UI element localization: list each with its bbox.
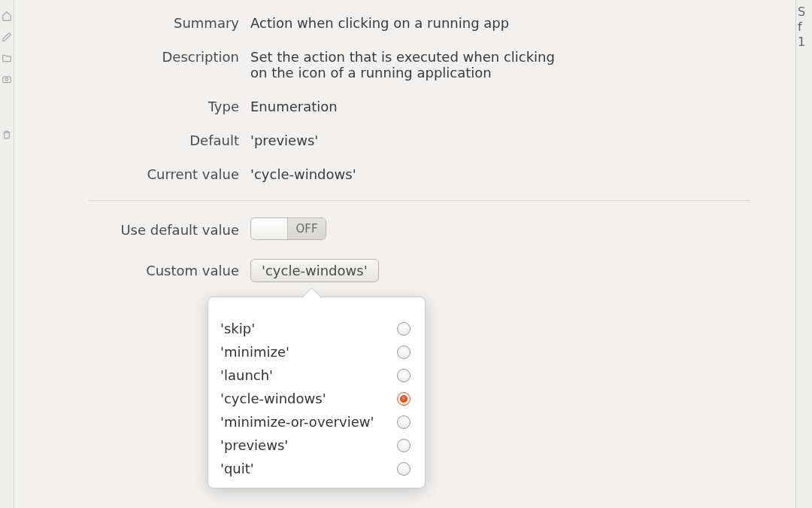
- use-default-label: Use default value: [14, 222, 250, 238]
- svg-point-1: [5, 78, 8, 81]
- radio-icon[interactable]: [397, 322, 411, 336]
- radio-icon[interactable]: [397, 462, 411, 476]
- pencil-icon: [2, 32, 12, 42]
- option-label: 'launch': [220, 367, 273, 383]
- custom-value-popover: 'skip' 'minimize' 'launch' 'cycle-window…: [208, 297, 426, 488]
- type-value: Enumeration: [250, 99, 338, 114]
- option-label: 'previews': [220, 437, 288, 453]
- option-label: 'minimize': [220, 344, 289, 360]
- toggle-knob: [251, 218, 288, 239]
- option-minimize-or-overview[interactable]: 'minimize-or-overview': [220, 410, 413, 433]
- popover-arrow: [301, 287, 322, 308]
- default-label: Default: [14, 132, 250, 148]
- option-skip[interactable]: 'skip': [220, 317, 413, 340]
- radio-icon[interactable]: [397, 345, 411, 359]
- current-label: Current value: [14, 166, 250, 182]
- type-label: Type: [14, 99, 250, 114]
- right-stub-line: S: [798, 5, 812, 20]
- summary-label: Summary: [14, 15, 250, 31]
- custom-value-label: Custom value: [14, 263, 250, 278]
- option-quit[interactable]: 'quit': [220, 457, 413, 480]
- option-previews[interactable]: 'previews': [220, 433, 413, 457]
- folder-icon: [2, 53, 12, 63]
- right-stub-line: 1: [798, 35, 812, 50]
- option-label: 'quit': [220, 461, 254, 476]
- option-label: 'skip': [220, 321, 255, 336]
- custom-value-dropdown[interactable]: 'cycle-windows': [250, 259, 379, 282]
- custom-value-selected: 'cycle-windows': [262, 263, 368, 278]
- option-launch[interactable]: 'launch': [220, 364, 413, 387]
- radio-icon[interactable]: [397, 369, 411, 382]
- radio-icon[interactable]: [397, 415, 411, 429]
- use-default-toggle[interactable]: OFF: [250, 217, 326, 240]
- radio-icon[interactable]: [397, 392, 411, 406]
- current-value: 'cycle-windows': [250, 166, 356, 182]
- svg-rect-0: [3, 77, 11, 83]
- left-icon-sidebar: [0, 0, 14, 508]
- option-label: 'cycle-windows': [220, 391, 326, 406]
- description-label: Description: [14, 49, 250, 65]
- option-minimize[interactable]: 'minimize': [220, 340, 413, 364]
- right-stub-line: f: [798, 20, 812, 35]
- section-divider: [89, 200, 750, 201]
- option-label: 'minimize-or-overview': [220, 414, 374, 430]
- toggle-state: OFF: [288, 218, 326, 239]
- main-panel: Summary Action when clicking on a runnin…: [14, 0, 795, 508]
- default-value: 'previews': [250, 132, 318, 148]
- option-cycle-windows[interactable]: 'cycle-windows': [220, 387, 413, 410]
- trash-icon: [2, 129, 12, 140]
- home-icon: [2, 11, 12, 21]
- camera-icon: [2, 74, 12, 84]
- radio-icon[interactable]: [397, 439, 411, 452]
- summary-value: Action when clicking on a running app: [250, 15, 509, 31]
- right-info-stub: S f 1: [795, 0, 812, 508]
- description-value: Set the action that is executed when cli…: [250, 49, 566, 81]
